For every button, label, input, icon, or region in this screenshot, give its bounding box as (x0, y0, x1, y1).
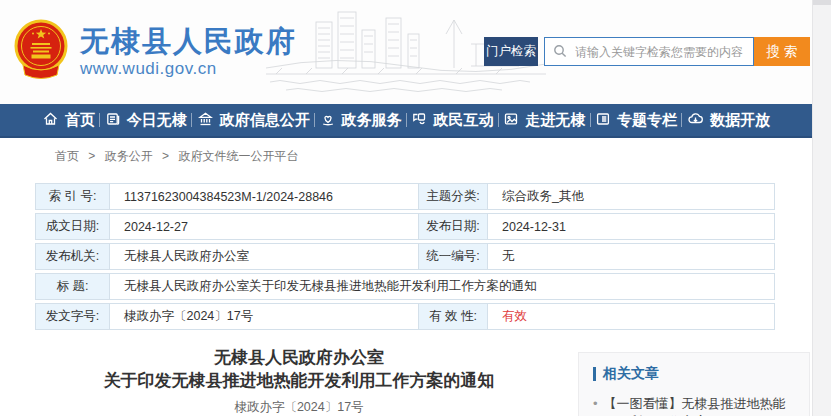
publish-date-label: 发布日期: (418, 213, 488, 240)
issuing-agency-value: 无棣县人民政府办公室 (109, 243, 419, 270)
newspaper-icon (105, 111, 121, 130)
nav-divider (99, 113, 100, 127)
nav-label: 今日无棣 (127, 111, 187, 130)
table-row: 索 引 号: 11371623004384523M-1/2024-28846 主… (35, 183, 775, 210)
nav-label: 专题专栏 (617, 111, 677, 130)
nav-label: 数据开放 (710, 111, 770, 130)
related-articles-title: 相关文章 (603, 365, 659, 383)
related-article-link[interactable]: • 【一图看懂】无棣县推进地热能开发利用工作方案 (593, 395, 795, 416)
site-logo-home-link[interactable]: 无棣县人民政府 www.wudi.gov.cn (12, 18, 297, 86)
topic-category-label: 主题分类: (418, 183, 488, 210)
written-date-label: 成文日期: (35, 213, 110, 240)
nav-divider (590, 113, 591, 127)
nav-item-open-data[interactable]: 数据开放 (687, 111, 770, 130)
unified-number-label: 统一编号: (418, 243, 488, 270)
breadcrumb-home-link[interactable]: 首页 (55, 149, 79, 163)
interaction-chat-icon (411, 111, 427, 130)
search-box (544, 37, 754, 66)
nav-label: 首页 (65, 111, 95, 130)
issuing-agency-label: 发布机关: (35, 243, 110, 270)
section-accent-bar (593, 367, 596, 381)
nav-label: 走进无棣 (525, 111, 585, 130)
nav-item-interaction[interactable]: 政民互动 (411, 111, 493, 130)
nav-label: 政务服务 (342, 111, 402, 130)
document-number: 棣政办字〔2024〕17号 (35, 399, 563, 416)
scrollbar-thumb[interactable] (813, 0, 831, 5)
bullet-icon: • (593, 395, 598, 416)
table-row: 发文字号: 棣政办字〔2024〕17号 有 效 性: 有效 (35, 303, 775, 330)
nav-item-home[interactable]: 首页 (42, 111, 95, 130)
cloud-download-icon (687, 111, 704, 130)
nav-divider (406, 113, 407, 127)
related-articles-header: 相关文章 (593, 365, 795, 383)
government-building-icon (197, 111, 214, 130)
nav-divider (498, 113, 499, 127)
nav-item-today[interactable]: 今日无棣 (105, 111, 187, 130)
nav-item-topics[interactable]: 专题专栏 (595, 111, 677, 130)
table-row: 成文日期: 2024-12-27 发布日期: 2024-12-31 (35, 213, 775, 240)
portal-search-button[interactable]: 门户检索 (484, 37, 538, 66)
breadcrumb-separator: > (88, 149, 95, 163)
document-info-table: 索 引 号: 11371623004384523M-1/2024-28846 主… (35, 183, 775, 333)
title-value: 无棣县人民政府办公室关于印发无棣县推进地热能开发利用工作方案的通知 (109, 273, 775, 300)
nav-divider (314, 113, 315, 127)
unified-number-value: 无 (487, 243, 775, 270)
home-icon (42, 111, 59, 130)
topic-category-value: 综合政务_其他 (487, 183, 775, 210)
related-article-text: 【一图看懂】无棣县推进地热能开发利用工作方案 (604, 395, 795, 416)
breadcrumb-separator: > (162, 149, 169, 163)
service-heart-icon (320, 111, 336, 130)
doc-number-label: 发文字号: (35, 303, 110, 330)
search-input[interactable] (544, 37, 754, 66)
breadcrumb-disclosure-link[interactable]: 政务公开 (105, 149, 153, 163)
search-icon (553, 44, 567, 62)
document-title-line2: 关于印发无棣县推进地热能开发利用工作方案的通知 (35, 369, 563, 392)
site-header: 无棣县人民政府 www.wudi.gov.cn 门户检索 搜 索 (0, 0, 812, 104)
national-emblem-icon (12, 18, 70, 86)
breadcrumb-current-page: 政府文件统一公开平台 (178, 149, 298, 163)
search-submit-button[interactable]: 搜 索 (754, 37, 810, 66)
nav-item-services[interactable]: 政务服务 (320, 111, 402, 130)
vertical-scrollbar[interactable] (812, 0, 831, 416)
nav-divider (191, 113, 192, 127)
nav-item-about[interactable]: 走进无棣 (503, 111, 585, 130)
doc-number-value: 棣政办字〔2024〕17号 (109, 303, 419, 330)
validity-label: 有 效 性: (418, 303, 488, 330)
written-date-value: 2024-12-27 (109, 213, 419, 240)
document-title-line1: 无棣县人民政府办公室 (35, 346, 563, 369)
index-number-value: 11371623004384523M-1/2024-28846 (109, 183, 419, 210)
nav-label: 政府信息公开 (220, 111, 310, 130)
related-articles-panel: 相关文章 • 【一图看懂】无棣县推进地热能开发利用工作方案 (578, 352, 810, 416)
title-label: 标 题: (35, 273, 110, 300)
main-nav: 首页 今日无棣 政府信息公开 政务服务 政民互动 走进无棣 专题专栏 数据开放 (0, 104, 812, 138)
breadcrumb: 首页 > 政务公开 > 政府文件统一公开平台 (55, 148, 298, 165)
document-body: 无棣县人民政府办公室 关于印发无棣县推进地热能开发利用工作方案的通知 棣政办字〔… (35, 346, 563, 416)
publish-date-value: 2024-12-31 (487, 213, 775, 240)
index-number-label: 索 引 号: (35, 183, 110, 210)
validity-value: 有效 (487, 303, 775, 330)
topics-list-icon (595, 111, 611, 130)
nav-item-info-disclosure[interactable]: 政府信息公开 (197, 111, 310, 130)
table-row: 标 题: 无棣县人民政府办公室关于印发无棣县推进地热能开发利用工作方案的通知 (35, 273, 775, 300)
table-row: 发布机关: 无棣县人民政府办公室 统一编号: 无 (35, 243, 775, 270)
nav-label: 政民互动 (433, 111, 493, 130)
nav-divider (681, 113, 682, 127)
photo-icon (503, 111, 519, 130)
